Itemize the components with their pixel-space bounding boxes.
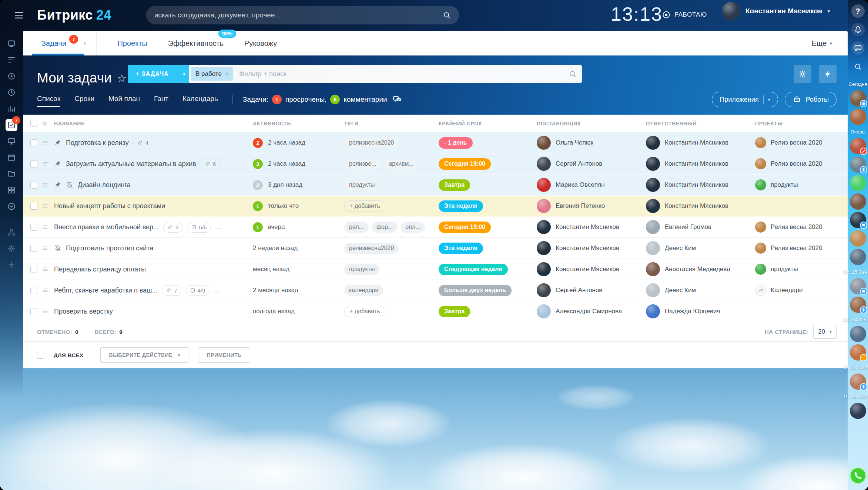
favorite-star-icon[interactable]: ☆ xyxy=(117,72,127,85)
creator-name[interactable]: Евгения Петенко xyxy=(556,202,605,210)
assignee-avatar[interactable] xyxy=(646,220,660,234)
creator-name[interactable]: Сергей Антонов xyxy=(556,160,602,168)
creator-avatar[interactable] xyxy=(537,199,551,213)
project-name[interactable]: Релиз весна 2020 xyxy=(771,223,822,231)
robots-button[interactable]: Роботы xyxy=(785,92,837,107)
col-assignee[interactable]: ОТВЕТСТВЕННЫЙ xyxy=(646,121,755,126)
project-name[interactable]: Релиз весна 2020 xyxy=(771,160,822,168)
menu-time[interactable] xyxy=(3,84,20,101)
row-checkbox[interactable] xyxy=(30,287,37,294)
add-tag-button[interactable]: + добавить xyxy=(344,200,385,212)
row-checkbox[interactable] xyxy=(30,308,37,315)
tag-pill[interactable]: продукты xyxy=(344,180,379,190)
settings-gear-button[interactable] xyxy=(794,65,811,83)
contact-avatar[interactable] xyxy=(850,344,866,361)
comments-count-badge[interactable]: 6 xyxy=(330,95,340,104)
activity-badge[interactable]: 3 xyxy=(253,159,263,169)
menu-drive[interactable] xyxy=(3,166,20,182)
tag-pill[interactable]: архивм... xyxy=(384,159,418,169)
task-name[interactable]: Подготовить прототип сайта xyxy=(66,244,153,252)
tag-pill[interactable]: фор... xyxy=(372,222,398,233)
deadline-pill[interactable]: Больше двух недель xyxy=(439,285,512,296)
messenger-button[interactable] xyxy=(851,41,865,55)
creator-avatar[interactable] xyxy=(537,283,551,297)
project-name[interactable]: продукты xyxy=(771,181,798,189)
col-name[interactable]: НАЗВАНИЕ xyxy=(54,121,253,126)
menu-reports[interactable] xyxy=(3,101,20,117)
attachments-pill[interactable]: 6 xyxy=(201,159,220,169)
contact-avatar[interactable] xyxy=(850,326,866,342)
apply-button[interactable]: ПРИМЕНИТЬ xyxy=(198,347,250,363)
for-all-checkbox[interactable] xyxy=(37,352,44,359)
menu-hamburger-icon[interactable] xyxy=(13,10,24,20)
assignee-name[interactable]: Константин Мясников xyxy=(665,139,728,146)
menu-workspace[interactable] xyxy=(3,133,20,149)
task-name[interactable]: Внести правки в мобильной вер... xyxy=(54,223,159,231)
contact-avatar[interactable] xyxy=(850,230,866,247)
view-tab-calendar[interactable]: Календарь xyxy=(182,95,218,107)
row-checkbox[interactable] xyxy=(30,160,37,168)
task-name[interactable]: Ребят, скиньте наработки п ваш... xyxy=(54,287,157,294)
tab-projects[interactable]: Проекты xyxy=(117,39,147,48)
work-clock[interactable]: 13:13 xyxy=(611,3,663,25)
assignee-name[interactable]: Анастасия Медведева xyxy=(665,266,730,273)
contact-avatar[interactable] xyxy=(850,403,866,419)
contact-avatar[interactable] xyxy=(850,109,866,125)
assignee-avatar[interactable] xyxy=(646,178,660,192)
activity-badge[interactable]: 1 xyxy=(253,201,263,211)
creator-name[interactable]: Александра Смирнова xyxy=(556,308,622,315)
attachments-pill[interactable]: 7 xyxy=(162,285,181,296)
creator-name[interactable]: Марика Овсепян xyxy=(556,181,605,189)
assignee-avatar[interactable] xyxy=(646,283,660,297)
more-indicators[interactable]: ... xyxy=(215,223,222,231)
assignee-avatar[interactable] xyxy=(646,199,660,213)
creator-avatar[interactable] xyxy=(537,304,551,318)
contact-avatar[interactable] xyxy=(850,156,866,173)
add-task-button[interactable]: + ЗАДАЧА ▾ xyxy=(128,65,191,83)
creator-name[interactable]: Константин Мясников xyxy=(556,244,619,252)
assignee-name[interactable]: Надежда Юрцевич xyxy=(665,308,720,315)
view-tab-myplan[interactable]: Мой план xyxy=(108,95,140,107)
tag-pill[interactable]: релизвесна2020 xyxy=(344,243,399,254)
help-button[interactable]: ? xyxy=(851,4,865,18)
row-checkbox[interactable] xyxy=(30,203,37,210)
creator-avatar[interactable] xyxy=(537,136,551,150)
view-tab-deadlines[interactable]: Сроки xyxy=(74,95,94,107)
overdue-count-badge[interactable]: 1 xyxy=(272,95,282,104)
task-name[interactable]: Переделать страницу оплаты xyxy=(54,266,146,273)
view-tab-gantt[interactable]: Гант xyxy=(154,95,168,107)
apps-button[interactable]: Приложения ▾ xyxy=(712,92,778,107)
deadline-pill[interactable]: Завтра xyxy=(439,306,470,317)
project-name[interactable]: Релиз весна 2020 xyxy=(771,244,822,252)
call-button[interactable] xyxy=(849,467,867,484)
assignee-name[interactable]: Константин Мясников xyxy=(665,202,728,210)
assignee-avatar[interactable] xyxy=(646,304,660,318)
tab-efficiency[interactable]: Эффективность90% xyxy=(168,39,224,48)
choose-action-dropdown[interactable]: ВЫБЕРИТЕ ДЕЙСТВИЕ ▾ xyxy=(100,347,188,363)
contact-avatar[interactable] xyxy=(850,297,866,313)
filter-chip[interactable]: В работе × xyxy=(191,67,233,81)
menu-crm[interactable] xyxy=(3,68,20,84)
creator-avatar[interactable] xyxy=(537,178,551,192)
more-indicators[interactable]: ... xyxy=(214,287,221,294)
tag-pill[interactable]: рел... xyxy=(344,222,369,233)
deadline-pill[interactable]: Завтра xyxy=(439,179,470,191)
add-tag-button[interactable]: + добавить xyxy=(344,306,385,317)
row-checkbox[interactable] xyxy=(30,182,37,189)
tag-pill[interactable]: релизвесна2020 xyxy=(344,138,399,148)
creator-name[interactable]: Ольга Чепюк xyxy=(556,139,593,146)
activity-badge[interactable]: 2 xyxy=(253,138,263,148)
tag-pill[interactable]: продукты xyxy=(344,264,379,275)
assignee-name[interactable]: Константин Мясников xyxy=(665,181,728,189)
col-tags[interactable]: ТЕГИ xyxy=(344,121,439,126)
per-page-select[interactable]: 20 ▾ xyxy=(813,325,837,339)
project-name[interactable]: Календари xyxy=(771,287,802,294)
menu-add[interactable] xyxy=(3,257,20,273)
menu-settings[interactable] xyxy=(3,240,20,257)
col-projects[interactable]: ПРОЕКТЫ xyxy=(755,121,840,126)
menu-calendar[interactable] xyxy=(3,149,20,166)
tag-pill[interactable]: опл... xyxy=(401,222,425,233)
col-deadline[interactable]: КРАЙНИЙ СРОК xyxy=(439,121,537,126)
contact-avatar[interactable] xyxy=(850,249,866,265)
assignee-name[interactable]: Евгений Громов xyxy=(665,223,711,231)
